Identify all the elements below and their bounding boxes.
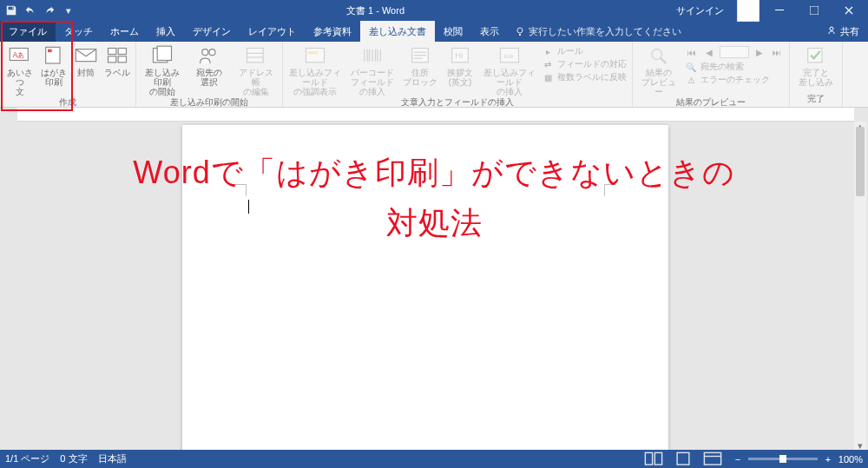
barcode-icon [360,45,385,66]
svg-rect-42 [808,49,822,63]
save-icon[interactable] [5,4,17,16]
select-recipients-button[interactable]: 宛先の 選択 [188,43,230,87]
share-label: 共有 [840,25,859,38]
svg-point-40 [652,49,662,60]
find-recipient-item: 🔍宛先の検索 [685,61,784,73]
tab-review[interactable]: 校閲 [435,21,471,42]
tab-mailings[interactable]: 差し込み文書 [360,21,435,42]
barcode-field-button: バーコード フィールドの挿入 [347,43,398,96]
group-start-merge: 差し込み印刷 の開始 宛先の 選択 アドレス帳 の編集 差し込み印刷の開始 [136,42,283,107]
close-button[interactable] [833,0,865,21]
ribbon-display-options-icon[interactable] [736,0,760,23]
group-create: Aあ あいさつ 文 はがき 印刷 封筒 ラベル 作成 [0,42,136,107]
preview-results-icon [647,45,671,66]
svg-text:Aあ: Aあ [13,51,24,59]
undo-icon[interactable] [24,4,36,16]
status-language[interactable]: 日本語 [98,452,127,465]
svg-point-18 [202,49,208,56]
envelope-button[interactable]: 封筒 [73,43,99,77]
svg-rect-23 [306,49,325,63]
match-fields-icon: ⇄ [542,59,554,69]
tab-touch[interactable]: タッチ [56,21,102,42]
zoom-slider[interactable] [748,458,818,460]
margin-mark-top-left [234,184,247,196]
margin-mark-top-right [604,184,616,196]
group-write-insert: 差し込みフィールド の強調表示 バーコード フィールドの挿入 住所 ブロック H… [283,42,633,107]
svg-text:«»: «» [503,52,514,62]
zoom-in-button[interactable]: + [823,454,833,465]
insert-merge-field-icon: «» [497,45,522,66]
horizontal-ruler[interactable] [17,108,854,122]
tab-layout[interactable]: レイアウト [240,21,305,42]
tab-home[interactable]: ホーム [102,21,148,42]
tab-insert[interactable]: 挿入 [148,21,184,42]
share-icon [826,25,837,37]
print-layout-icon[interactable] [674,452,693,466]
rules-icon: ▸ [542,46,554,56]
zoom-control: − + 100% [733,454,863,465]
lightbulb-icon [515,26,525,36]
hagaki-icon [42,45,66,66]
qat-dropdown-icon[interactable]: ▾ [62,4,75,16]
ribbon: Aあ あいさつ 文 はがき 印刷 封筒 ラベル 作成 差し込み印刷 の開始 [0,42,868,108]
tell-me-search[interactable]: 実行したい作業を入力してください [508,21,681,42]
greeting-line-button: Hi 挨拶文 (英文) [443,43,477,87]
label-icon [105,45,129,66]
svg-point-4 [517,28,523,33]
document-page[interactable] [182,125,668,450]
scroll-down-icon[interactable]: ▾ [854,439,866,450]
svg-rect-13 [118,49,126,55]
address-block-button: 住所 ブロック [403,43,437,87]
web-layout-icon[interactable] [703,452,722,466]
tab-design[interactable]: デザイン [184,21,240,42]
svg-rect-14 [108,56,116,63]
match-fields-item: ⇄フィールドの対応 [542,58,627,70]
svg-rect-5 [519,34,521,36]
envelope-icon [74,45,98,66]
last-record-icon: ⏭ [770,46,784,58]
signin-link[interactable]: サインイン [676,4,724,17]
zoom-percent[interactable]: 100% [838,454,863,465]
rules-item: ▸ルール [542,45,627,57]
tab-view[interactable]: 表示 [471,21,508,42]
zoom-out-button[interactable]: − [733,454,743,465]
ribbon-tabs: ファイル タッチ ホーム 挿入 デザイン レイアウト 参考資料 差し込み文書 校… [0,21,868,42]
redo-icon[interactable] [43,4,56,16]
aisatsu-icon: Aあ [8,45,32,66]
minimize-button[interactable] [764,0,795,21]
vertical-scrollbar[interactable]: ▴ ▾ [854,122,866,450]
preview-results-button: 結果の プレビュー [638,43,680,96]
start-merge-icon [150,45,174,66]
tell-me-placeholder: 実行したい作業を入力してください [529,25,681,38]
maximize-button[interactable] [799,0,830,21]
tab-references[interactable]: 参考資料 [305,21,360,42]
status-page[interactable]: 1/1 ページ [5,452,49,465]
check-errors-item: ⚠エラーのチェック [685,74,784,86]
svg-rect-45 [677,453,689,465]
scroll-thumb[interactable] [856,127,865,196]
prev-record-icon: ◀ [702,46,716,58]
edit-recipients-button: アドレス帳 の編集 [235,43,277,96]
update-labels-item: ▦複数ラベルに反映 [542,71,627,83]
start-mail-merge-button[interactable]: 差し込み印刷 の開始 [141,43,183,96]
label-button[interactable]: ラベル [104,43,130,77]
finish-merge-button: 完了と 差し込み [795,43,837,87]
greeting-line-icon: Hi [448,45,472,66]
check-errors-icon: ⚠ [685,75,697,85]
status-bar: 1/1 ページ 0 文字 日本語 − + 100% [0,450,868,468]
read-mode-icon[interactable] [644,452,663,466]
hagaki-print-button[interactable]: はがき 印刷 [40,43,68,87]
svg-rect-3 [810,6,819,15]
edit-recipients-icon [244,45,268,66]
group-finish: 完了と 差し込み 完了 [790,42,843,107]
svg-point-19 [209,49,215,56]
svg-rect-44 [654,453,661,465]
status-word-count[interactable]: 0 文字 [60,452,87,465]
text-cursor [248,200,249,214]
zoom-slider-knob[interactable] [779,455,786,463]
tab-file[interactable]: ファイル [0,21,56,42]
svg-line-41 [661,58,666,63]
finish-merge-icon [804,45,828,66]
share-button[interactable]: 共有 [818,21,868,42]
aisatsu-button[interactable]: Aあ あいさつ 文 [5,43,35,96]
